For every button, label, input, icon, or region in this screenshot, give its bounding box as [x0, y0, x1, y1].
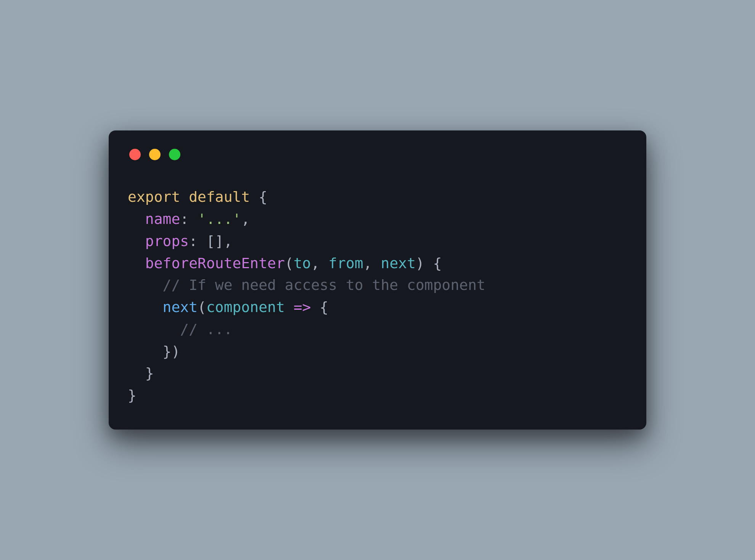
brace-open: {	[250, 188, 267, 205]
separator: ,	[311, 255, 328, 272]
string-value: '...'	[198, 211, 241, 227]
paren-close-brace: ) {	[416, 255, 442, 272]
code-window: export default { name: '...', props: [],…	[109, 130, 646, 430]
brackets: []	[206, 233, 224, 249]
param-from: from	[328, 255, 363, 272]
param-to: to	[294, 255, 311, 272]
close-icon[interactable]	[129, 149, 141, 160]
indent	[128, 365, 145, 381]
indent	[128, 321, 180, 338]
keyword-export: export	[128, 188, 180, 205]
comma: ,	[224, 233, 233, 249]
property-props: props	[145, 233, 189, 249]
brace-close: }	[128, 387, 137, 404]
comment-line: // ...	[180, 321, 232, 338]
param-component: component	[206, 299, 285, 315]
colon: :	[189, 233, 206, 249]
colon: :	[180, 211, 198, 227]
paren-open: (	[285, 255, 294, 272]
brace-open: {	[320, 299, 328, 315]
param-next: next	[381, 255, 416, 272]
keyword-default: default	[189, 188, 250, 205]
arrow-operator: =>	[285, 299, 320, 315]
brace-paren-close: })	[163, 343, 180, 360]
indent	[128, 211, 145, 227]
indent	[128, 343, 163, 360]
brace-close: }	[145, 365, 154, 381]
indent	[128, 255, 145, 272]
maximize-icon[interactable]	[169, 149, 180, 160]
indent	[128, 233, 145, 249]
separator: ,	[363, 255, 381, 272]
function-call-next: next	[163, 299, 198, 315]
method-name: beforeRouteEnter	[145, 255, 285, 272]
window-controls	[129, 149, 627, 160]
indent	[128, 277, 163, 293]
comma: ,	[241, 211, 250, 227]
indent	[128, 299, 163, 315]
code-block: export default { name: '...', props: [],…	[128, 186, 627, 407]
minimize-icon[interactable]	[149, 149, 161, 160]
property-name: name	[145, 211, 180, 227]
paren-open: (	[198, 299, 206, 315]
comment-line: // If we need access to the component	[163, 277, 485, 293]
